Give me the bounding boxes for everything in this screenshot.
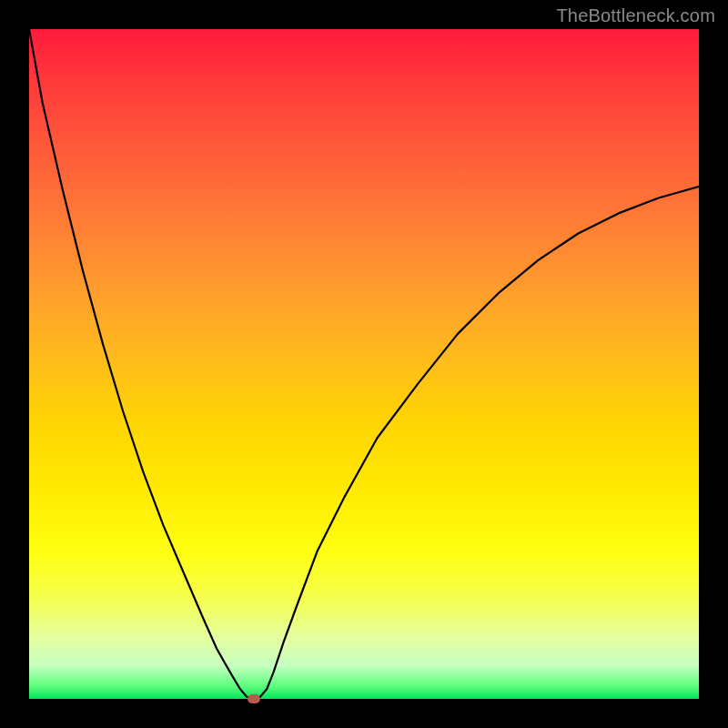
watermark-text: TheBottleneck.com [556,5,715,26]
optimum-marker [248,694,260,703]
curve-path [29,29,699,699]
plot-area [29,29,699,699]
bottleneck-curve [29,29,699,699]
chart-frame: TheBottleneck.com [0,0,728,728]
